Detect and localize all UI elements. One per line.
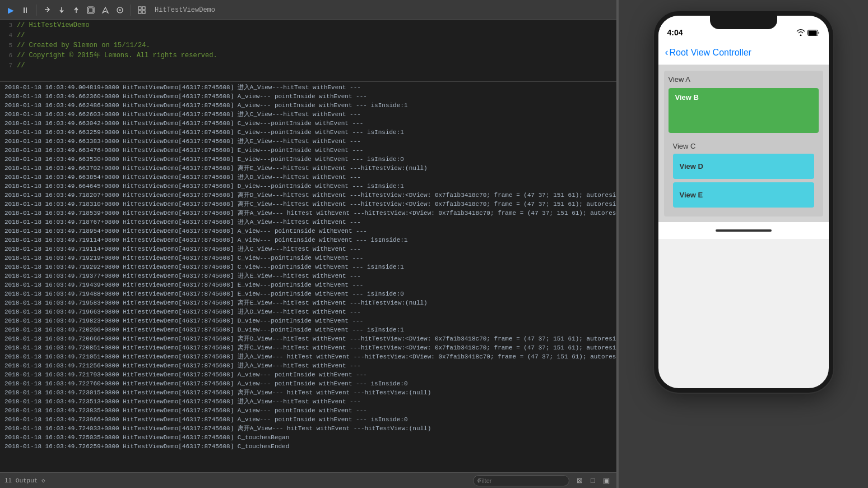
log-line: 2018-01-18 16:03:49.723966+0800 HitTestV… — [0, 415, 616, 424]
log-line: 2018-01-18 16:03:49.721051+0800 HitTestV… — [0, 352, 616, 361]
log-line: 2018-01-18 16:03:49.664645+0800 HitTestV… — [0, 182, 616, 191]
home-bar — [716, 229, 772, 232]
log-line: 2018-01-18 16:03:49.662486+0800 HitTestV… — [0, 101, 616, 110]
log-line: 2018-01-18 16:03:49.723015+0800 HitTestV… — [0, 388, 616, 397]
log-line: 2018-01-18 16:03:49.719663+0800 HitTestV… — [0, 307, 616, 316]
battery-icon — [807, 30, 820, 37]
back-chevron-icon: ‹ — [665, 47, 669, 58]
log-line: 2018-01-18 16:03:49.004819+0800 HitTestV… — [0, 83, 616, 92]
log-line: 2018-01-18 16:03:49.663702+0800 HitTestV… — [0, 164, 616, 173]
filter-container: ⊙ — [473, 475, 569, 486]
svg-rect-6 — [142, 11, 145, 13]
nav-back-label: Root View Controller — [670, 48, 751, 58]
log-line: 2018-01-18 16:03:49.719114+0800 HitTestV… — [0, 245, 616, 254]
code-content-3: // HitTestViewDemo — [17, 20, 90, 30]
log-line: 2018-01-18 16:03:49.718767+0800 HitTestV… — [0, 218, 616, 227]
code-line-4: 4 // — [0, 30, 616, 40]
log-line: 2018-01-18 16:03:49.720666+0800 HitTestV… — [0, 334, 616, 343]
pause-button[interactable]: ⏸ — [19, 4, 31, 16]
log-line: 2018-01-18 16:03:49.724033+0800 HitTestV… — [0, 424, 616, 433]
log-line: 2018-01-18 16:03:49.725035+0800 HitTestV… — [0, 433, 616, 442]
view-a-label: View A — [669, 75, 819, 84]
log-line: 2018-01-18 16:03:49.720851+0800 HitTestV… — [0, 343, 616, 352]
simulate-location-button[interactable] — [114, 4, 126, 16]
log-line: 2018-01-18 16:03:49.719377+0800 HitTestV… — [0, 271, 616, 280]
view-e-label: View E — [680, 191, 703, 199]
step-into-button[interactable] — [55, 4, 68, 16]
wifi-icon — [796, 29, 805, 37]
log-area[interactable]: 2018-01-18 16:03:49.004819+0800 HitTestV… — [0, 82, 616, 472]
log-line: 2018-01-18 16:03:49.721793+0800 HitTestV… — [0, 370, 616, 379]
toolbar-separator-2 — [131, 4, 131, 16]
code-content-4: // — [17, 30, 25, 40]
view-toggle-button[interactable]: □ — [587, 475, 598, 486]
log-line: 2018-01-18 16:03:49.662603+0800 HitTestV… — [0, 110, 616, 119]
log-line: 2018-01-18 16:03:49.726259+0800 HitTestV… — [0, 442, 616, 451]
log-line: 2018-01-18 16:03:49.663530+0800 HitTestV… — [0, 155, 616, 164]
line-num-7: 7 — [0, 61, 17, 71]
toolbar: ▶ ⏸ — [0, 0, 616, 20]
expand-button[interactable]: ▣ — [601, 475, 612, 486]
location-button[interactable] — [99, 4, 112, 16]
nav-back-button[interactable]: ‹ Root View Controller — [665, 47, 751, 58]
svg-rect-4 — [142, 7, 145, 10]
line-num-4: 4 — [0, 30, 17, 40]
log-line: 2018-01-18 16:03:49.718207+0800 HitTestV… — [0, 191, 616, 200]
log-line: 2018-01-18 16:03:49.663854+0800 HitTestV… — [0, 173, 616, 182]
filter-input[interactable] — [473, 475, 569, 486]
nav-bar: ‹ Root View Controller — [658, 40, 829, 65]
home-indicator — [658, 222, 829, 239]
log-line: 2018-01-18 16:03:49.723513+0800 HitTestV… — [0, 397, 616, 406]
code-line-3: 3 // HitTestViewDemo — [0, 20, 616, 30]
svg-rect-8 — [808, 30, 816, 35]
log-line: 2018-01-18 16:03:49.719823+0800 HitTestV… — [0, 316, 616, 325]
line-num-5: 5 — [0, 40, 17, 50]
debug-view-button[interactable] — [85, 4, 97, 16]
grid-button[interactable] — [136, 4, 148, 16]
status-icons — [796, 29, 820, 37]
filter-search-icon: ⊙ — [477, 477, 481, 484]
log-line: 2018-01-18 16:03:49.719292+0800 HitTestV… — [0, 263, 616, 271]
view-c-container: View C View D View E — [669, 137, 819, 212]
app-content: View A View B View C View D View E — [658, 65, 829, 222]
log-line: 2018-01-18 16:03:49.663383+0800 HitTestV… — [0, 137, 616, 146]
status-time: 4:04 — [667, 28, 683, 37]
code-line-5: 5 // Created by Slemon on 15/11/24. — [0, 40, 616, 50]
log-line: 2018-01-18 16:03:49.719114+0800 HitTestV… — [0, 236, 616, 245]
view-e[interactable]: View E — [673, 182, 814, 208]
line-num-3: 3 — [0, 20, 17, 30]
log-line: 2018-01-18 16:03:49.720206+0800 HitTestV… — [0, 325, 616, 334]
run-button[interactable]: ▶ — [4, 4, 17, 16]
log-line: 2018-01-18 16:03:49.663259+0800 HitTestV… — [0, 128, 616, 137]
log-line: 2018-01-18 16:03:49.722760+0800 HitTestV… — [0, 379, 616, 388]
iphone-notch — [710, 16, 777, 29]
bottom-icons: ⊠ □ ▣ — [574, 475, 612, 486]
log-line: 2018-01-18 16:03:49.718539+0800 HitTestV… — [0, 209, 616, 218]
log-line: 2018-01-18 16:03:49.723835+0800 HitTestV… — [0, 406, 616, 415]
step-out-button[interactable] — [70, 4, 82, 16]
log-line: 2018-01-18 16:03:49.721256+0800 HitTestV… — [0, 361, 616, 370]
log-line: 2018-01-18 16:03:49.719219+0800 HitTestV… — [0, 254, 616, 263]
log-line: 2018-01-18 16:03:49.663476+0800 HitTestV… — [0, 146, 616, 155]
code-content-7: // — [17, 61, 25, 71]
left-panel: ▶ ⏸ — [0, 0, 616, 488]
svg-rect-1 — [89, 8, 93, 12]
log-line: 2018-01-18 16:03:49.719583+0800 HitTestV… — [0, 298, 616, 307]
svg-rect-5 — [138, 11, 141, 13]
view-b[interactable]: View B — [669, 88, 819, 133]
code-area: 3 // HitTestViewDemo 4 // 5 // Created b… — [0, 20, 616, 82]
log-line: 2018-01-18 16:03:49.663042+0800 HitTestV… — [0, 119, 616, 128]
clear-log-button[interactable]: ⊠ — [574, 475, 585, 486]
view-a-container: View A View B View C View D View E — [664, 71, 823, 217]
view-d[interactable]: View D — [673, 154, 814, 179]
code-line-6: 6 // Copyright © 2015年 Lemons. All right… — [0, 50, 616, 61]
code-line-7: 7 // — [0, 61, 616, 71]
log-line: 2018-01-18 16:03:49.719439+0800 HitTestV… — [0, 280, 616, 289]
log-line: 2018-01-18 16:03:49.718310+0800 HitTestV… — [0, 200, 616, 209]
view-d-label: View D — [680, 162, 703, 171]
project-name-label: HitTestViewDemo — [155, 6, 215, 14]
toolbar-separator-1 — [36, 4, 36, 16]
step-over-button[interactable] — [41, 4, 53, 16]
svg-rect-3 — [138, 7, 141, 10]
iphone-frame: 4:04 — [654, 11, 833, 393]
